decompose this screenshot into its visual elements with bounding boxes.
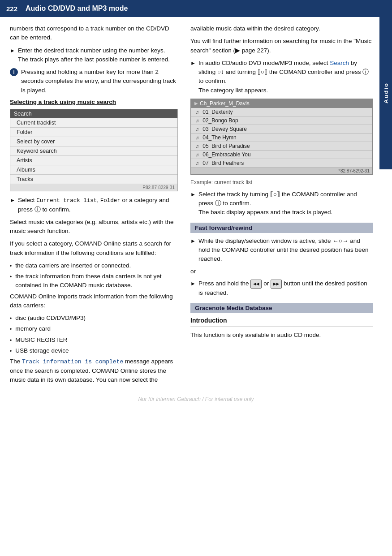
bullet-5: • MUSIC REGISTER [10,336,178,345]
bullet-dot-1: • [10,262,12,270]
arrow-icon-right-3: ► [190,237,196,245]
arrow-item-right-3: ► While the display/selection window is … [190,237,373,264]
arrow-item-right-1: ► In audio CD/audio DVD mode/MP3 mode, s… [190,59,373,95]
bullet-4: • memory card [10,324,178,333]
track-item-3: ♬ 03_Dewey Square [191,125,372,134]
track-screenshot: ▶ Ch_Parker_M_Davis ♬ 01_Dexterity ♬ 02_… [190,99,373,175]
example-label: Example: current track list [190,178,373,186]
info-item-1: i Pressing and holding a number key for … [10,68,178,95]
track-item-1: ♬ 01_Dexterity [191,108,372,116]
bullet-text-6: USB storage device [15,346,178,355]
track-item-5: ♬ 05_Bird of Paradise [191,142,372,151]
arrow-item-2: ► Select Current track list, Folder or a… [10,196,178,214]
arrow-text-right-3: While the display/selection window is ac… [198,237,373,264]
bullet-dot-4: • [10,325,12,333]
arrow-text-right-2: Select the track by turning ⟦○⟧ the COMA… [198,190,373,217]
bullet-text-5: MUSIC REGISTER [15,336,178,345]
intro-para: numbers that correspond to a track numbe… [10,24,178,43]
page-header: 222 Audio CD/DVD and MP3 mode [0,0,392,17]
arrow-item-right-2: ► Select the track by turning ⟦○⟧ the CO… [190,190,373,217]
bullet-text-3: disc (audio CD/DVD/MP3) [15,314,178,323]
bullet-dot-5: • [10,336,12,345]
arrow-text-right-1: In audio CD/audio DVD mode/MP3 mode, sel… [198,59,373,95]
track-box-footer: P82.87-6292-31 [191,168,372,174]
arrow-text-1: Enter the desired track number using the… [18,46,178,65]
watermark: Nur für internen Gebrauch / For internal… [0,388,392,406]
info-icon: i [10,68,18,76]
search-box-footer: P82.87-8229-31 [10,184,177,191]
page-title: Audio CD/DVD and MP3 mode [26,4,128,13]
arrow-icon-right-2: ► [190,190,196,198]
para-avail: available music data within the desired … [190,24,373,33]
intro-heading: Introduction [190,317,373,324]
right-column: available music data within the desired … [186,24,381,388]
bullet-2: • the track information from these data … [10,272,178,290]
bullet-text-4: memory card [15,324,178,333]
search-item-folder: Folder [10,128,177,137]
para-music-search-ref: You will find further information on sea… [190,37,373,55]
search-item-cover: Select by cover [10,137,177,147]
arrow-text-2: Select Current track list, Folder or a c… [18,196,178,214]
arrow-item-right-4: ► Press and hold the ◀◀ or ▶▶ button unt… [190,279,373,298]
search-item-tracklist: Current tracklist [10,118,177,128]
arrow-icon-right-4: ► [190,280,196,288]
main-content: numbers that correspond to a track numbe… [0,17,392,388]
arrow-item-1: ► Enter the desired track number using t… [10,46,178,65]
track-complete-code: Track information is complete [22,358,123,365]
para-music-search: Select music via categories (e.g. albums… [10,218,178,236]
bullet-text-1: the data carriers are inserted or connec… [15,261,178,270]
search-item-artists: Artists [10,156,177,165]
arrow-icon-1: ► [10,47,15,55]
search-item-albums: Albums [10,165,177,175]
gracenote-bar: Gracenote Media Database [190,303,373,313]
track-item-6: ♬ 06_Embracable You [191,151,372,159]
forward-button: ▶▶ [271,280,282,289]
track-item-2: ♬ 02_Bongo Bop [191,116,372,125]
search-item-keyword: Keyword search [10,147,177,156]
search-box-header: Search [10,109,177,118]
para-comand-online: If you select a category, COMAND Online … [10,239,178,258]
bullet-text-2: the track information from these data ca… [15,272,178,290]
bullet-dot-2: • [10,273,12,281]
search-item-tracks: Tracks [10,175,177,184]
side-label: Audio [379,17,392,169]
arrow-text-right-4: Press and hold the ◀◀ or ▶▶ button until… [198,279,373,298]
bullet-1: • the data carriers are inserted or conn… [10,261,178,270]
intro-para: This function is only available in audio… [190,331,373,340]
bullet-3: • disc (audio CD/DVD/MP3) [10,314,178,323]
track-item-7: ♬ 07_Bird Feathers [191,159,372,168]
fast-forward-bar: Fast forward/rewind [190,223,373,233]
info-text: Pressing and holding a number key for mo… [21,68,178,95]
arrow-icon-2: ► [10,196,15,204]
section-heading-music-search: Selecting a track using music search [10,99,178,105]
bullet-dot-3: • [10,315,12,323]
para-imports: COMAND Online imports track information … [10,292,178,310]
or-label: or [190,267,373,276]
rewind-button: ◀◀ [250,280,262,289]
track-info-para: The Track information is complete messag… [10,357,178,384]
search-screenshot: Search Current tracklist Folder Select b… [10,109,178,191]
arrow-icon-right-1: ► [190,59,196,67]
track-item-4: ♬ 04_The Hymn [191,134,372,142]
page-number: 222 [6,5,17,13]
bullet-dot-6: • [10,347,12,355]
code-folder: Folder [100,198,121,204]
track-box-title: ▶ Ch_Parker_M_Davis [191,99,372,108]
left-column: numbers that correspond to a track numbe… [0,24,186,388]
search-blue-text: Search [330,60,349,66]
code-tracklist: Current track list [36,198,97,204]
intro-divider [190,327,373,327]
bullet-6: • USB storage device [10,346,178,355]
